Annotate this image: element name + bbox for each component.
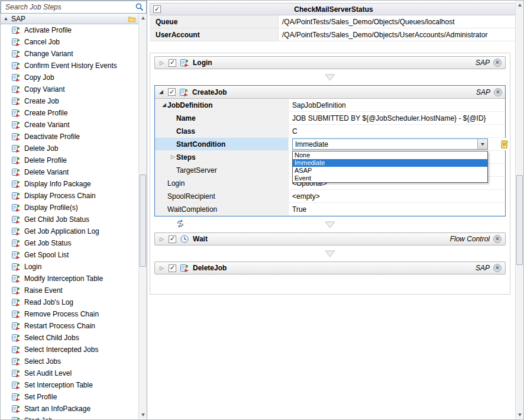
main-panel: CheckMailServerStatus Queue /QA/PointTes… bbox=[150, 1, 517, 419]
useraccount-value[interactable]: /QA/PointTests/Sales_Demo/Objects/UserAc… bbox=[279, 28, 517, 41]
job-step-item[interactable]: Get Job Application Log bbox=[1, 225, 139, 237]
job-step-item[interactable]: Start Job bbox=[1, 415, 139, 419]
queue-label[interactable]: Queue bbox=[150, 15, 279, 28]
job-enabled-checkbox[interactable] bbox=[153, 5, 161, 13]
class-value[interactable]: C bbox=[289, 125, 505, 137]
workflow-step-createjob[interactable]: CreateJob SAP JobDefinition SapJobDefini… bbox=[154, 85, 506, 217]
targetserver-label[interactable]: TargetServer bbox=[155, 164, 289, 176]
steps-label[interactable]: Steps bbox=[155, 151, 289, 163]
search-icon[interactable] bbox=[135, 2, 144, 12]
name-value[interactable]: JOB SUBMITTED BY ${@JobScheduler.HostNam… bbox=[289, 112, 505, 124]
startcondition-label[interactable]: StartCondition bbox=[155, 138, 289, 150]
job-step-item[interactable]: Confirm Event History Events bbox=[1, 60, 139, 72]
sidebar-scrollbar[interactable] bbox=[138, 14, 147, 419]
sidebar-scrollbar-thumb[interactable] bbox=[140, 175, 146, 267]
remove-step-icon[interactable] bbox=[493, 235, 502, 243]
name-label[interactable]: Name bbox=[155, 112, 289, 124]
jobdefinition-value[interactable]: SapJobDefinition bbox=[289, 99, 505, 111]
useraccount-label[interactable]: UserAccount bbox=[150, 28, 279, 41]
job-step-item[interactable]: Set Profile bbox=[1, 391, 139, 403]
main-scrollbar[interactable] bbox=[515, 1, 523, 419]
job-step-item[interactable]: Delete Job bbox=[1, 143, 139, 154]
dropdown-option[interactable]: None bbox=[293, 151, 487, 159]
job-step-item[interactable]: Set Interception Table bbox=[1, 379, 139, 391]
collapse-group-icon[interactable]: ▲ bbox=[4, 17, 8, 21]
step-enabled-checkbox[interactable] bbox=[169, 59, 176, 67]
login-label[interactable]: Login bbox=[155, 177, 289, 189]
workflow-step-deletejob[interactable]: DeleteJob SAP bbox=[154, 261, 506, 274]
job-step-item[interactable]: Select Child Jobs bbox=[1, 332, 139, 344]
connector-arrow-icon bbox=[325, 221, 335, 228]
step-icon bbox=[11, 108, 21, 118]
step-icon bbox=[11, 380, 21, 390]
job-step-item[interactable]: Copy Variant bbox=[1, 83, 139, 95]
collapse-arrow-icon[interactable] bbox=[158, 89, 164, 95]
job-step-item[interactable]: Get Child Job Status bbox=[1, 214, 139, 225]
step-enabled-checkbox[interactable] bbox=[169, 264, 176, 272]
workflow-step-login[interactable]: Login SAP bbox=[154, 56, 506, 69]
collapse-property-icon[interactable] bbox=[161, 102, 167, 108]
main-scrollbar-thumb[interactable] bbox=[516, 175, 523, 265]
combobox-value[interactable]: Immediate bbox=[293, 139, 477, 149]
job-step-item[interactable]: Display Info Package bbox=[1, 178, 139, 190]
jobdefinition-label[interactable]: JobDefinition bbox=[155, 99, 289, 111]
job-step-item[interactable]: Modify Interception Table bbox=[1, 273, 139, 285]
job-step-item[interactable]: Cancel Job bbox=[1, 36, 139, 48]
job-step-item[interactable]: Set Audit Level bbox=[1, 367, 139, 379]
dropdown-option[interactable]: Immediate bbox=[293, 159, 487, 167]
property-row-jobdefinition: JobDefinition SapJobDefinition bbox=[155, 99, 505, 112]
remove-step-icon[interactable] bbox=[494, 88, 502, 96]
job-step-item[interactable]: Display Profile(s) bbox=[1, 202, 139, 214]
waitcompletion-value[interactable]: True bbox=[289, 203, 505, 215]
startcondition-combobox[interactable]: Immediate None Immediate ASAP Event bbox=[292, 138, 488, 150]
job-step-item[interactable]: Copy Job bbox=[1, 72, 139, 83]
job-step-item[interactable]: Delete Profile bbox=[1, 154, 139, 166]
group-header-sap[interactable]: ▲ SAP bbox=[1, 14, 139, 24]
expand-property-icon[interactable] bbox=[170, 154, 176, 160]
job-step-item[interactable]: Change Variant bbox=[1, 48, 139, 60]
search-input[interactable] bbox=[3, 3, 135, 11]
job-step-item[interactable]: Create Job bbox=[1, 95, 139, 107]
job-step-item[interactable]: Get Job Status bbox=[1, 237, 139, 249]
scroll-down-icon[interactable] bbox=[139, 411, 147, 419]
variable-picker-icon[interactable] bbox=[500, 140, 509, 149]
createjob-header[interactable]: CreateJob SAP bbox=[155, 86, 505, 99]
expand-arrow-icon[interactable] bbox=[159, 237, 165, 242]
remove-step-icon[interactable] bbox=[493, 264, 502, 272]
job-step-item[interactable]: Create Profile bbox=[1, 107, 139, 119]
step-icon bbox=[11, 167, 21, 177]
spoolrecipient-label[interactable]: SpoolRecipient bbox=[155, 190, 289, 202]
combobox-dropdown-button[interactable] bbox=[477, 139, 487, 149]
job-step-item[interactable]: Read Job's Log bbox=[1, 296, 139, 308]
step-enabled-checkbox[interactable] bbox=[168, 88, 176, 96]
step-enabled-checkbox[interactable] bbox=[169, 235, 176, 243]
expand-arrow-icon[interactable] bbox=[159, 266, 165, 271]
job-step-item[interactable]: Activate Profile bbox=[1, 24, 139, 36]
scroll-up-icon[interactable] bbox=[139, 14, 147, 22]
remove-step-icon[interactable] bbox=[493, 59, 502, 67]
job-step-item[interactable]: Get Spool List bbox=[1, 249, 139, 261]
job-step-item[interactable]: Select Jobs bbox=[1, 356, 139, 367]
job-step-item[interactable]: Delete Variant bbox=[1, 166, 139, 178]
job-step-item[interactable]: Restart Process Chain bbox=[1, 320, 139, 332]
createjob-property-grid: JobDefinition SapJobDefinition Name JOB … bbox=[155, 99, 505, 216]
job-step-item[interactable]: Remove Process Chain bbox=[1, 308, 139, 320]
expand-arrow-icon[interactable] bbox=[159, 60, 165, 66]
scroll-down-icon[interactable] bbox=[516, 411, 523, 419]
job-step-item[interactable]: Select Intercepted Jobs bbox=[1, 344, 139, 356]
scroll-up-icon[interactable] bbox=[516, 1, 523, 9]
job-step-item[interactable]: Raise Event bbox=[1, 285, 139, 296]
workflow-step-wait[interactable]: Wait Flow Control bbox=[154, 232, 506, 245]
job-step-item[interactable]: Display Process Chain bbox=[1, 190, 139, 202]
spoolrecipient-value[interactable]: <empty> bbox=[289, 190, 505, 202]
queue-value[interactable]: /QA/PointTests/Sales_Demo/Objects/Queues… bbox=[279, 15, 517, 28]
class-label[interactable]: Class bbox=[155, 125, 289, 137]
add-step-icon[interactable] bbox=[176, 219, 185, 228]
dropdown-option[interactable]: ASAP bbox=[293, 167, 487, 175]
waitcompletion-label[interactable]: WaitCompletion bbox=[155, 203, 289, 215]
job-step-item[interactable]: Create Variant bbox=[1, 119, 139, 131]
dropdown-option[interactable]: Event bbox=[293, 175, 487, 182]
job-step-item[interactable]: Deactivate Profile bbox=[1, 131, 139, 143]
job-step-item[interactable]: Start an InfoPackage bbox=[1, 403, 139, 415]
job-step-item[interactable]: Login bbox=[1, 261, 139, 273]
